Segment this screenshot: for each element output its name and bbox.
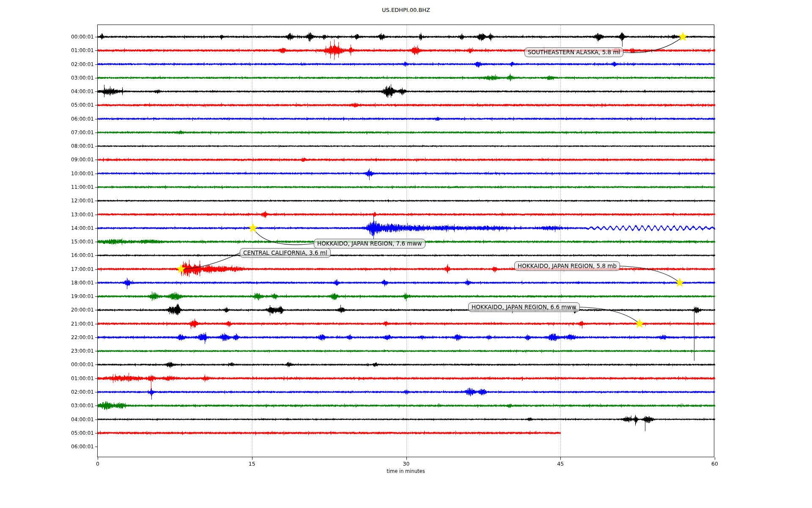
row-time-label: 01:00:01 — [0, 375, 94, 381]
row-time-label: 00:00:01 — [0, 362, 94, 367]
row-time-label: 11:00:01 — [0, 184, 94, 190]
x-axis-label: time in minutes — [97, 468, 714, 474]
row-time-label: 05:00:01 — [0, 102, 94, 108]
row-time-label: 06:00:01 — [0, 116, 94, 122]
event-annotation: CENTRAL CALIFORNIA, 3.6 ml — [240, 248, 331, 258]
row-time-label: 10:00:01 — [0, 171, 94, 177]
row-time-label: 03:00:01 — [0, 403, 94, 409]
x-tick-label: 60 — [711, 461, 718, 467]
row-time-label: 02:00:01 — [0, 61, 94, 67]
row-time-label: 02:00:01 — [0, 389, 94, 395]
event-annotation: HOKKAIDO, JAPAN REGION, 6.6 mww — [468, 302, 580, 312]
row-time-label: 07:00:01 — [0, 130, 94, 135]
row-time-label: 21:00:01 — [0, 321, 94, 327]
row-time-label: 19:00:01 — [0, 293, 94, 299]
seismogram-canvas — [0, 0, 812, 508]
row-time-label: 12:00:01 — [0, 198, 94, 204]
row-time-label: 01:00:01 — [0, 47, 94, 53]
row-time-label: 20:00:01 — [0, 307, 94, 313]
event-annotation: HOKKAIDO, JAPAN REGION, 5.8 mb — [514, 261, 620, 271]
row-time-label: 00:00:01 — [0, 34, 94, 40]
row-time-label: 05:00:01 — [0, 430, 94, 436]
row-time-label: 22:00:01 — [0, 334, 94, 340]
x-tick-label: 30 — [403, 461, 410, 467]
event-annotation: SOUTHEASTERN ALASKA, 5.8 ml — [524, 47, 623, 57]
row-time-label: 15:00:01 — [0, 239, 94, 245]
x-tick-label: 15 — [249, 461, 255, 467]
row-time-label: 08:00:01 — [0, 143, 94, 149]
row-time-label: 23:00:01 — [0, 348, 94, 354]
row-time-label: 04:00:01 — [0, 417, 94, 422]
row-time-label: 09:00:01 — [0, 157, 94, 163]
event-annotation: HOKKAIDO, JAPAN REGION, 7.6 mww — [314, 239, 425, 248]
seismogram-figure: US.EDHPI.00.BHZ 00:00:0101:00:0102:00:01… — [0, 0, 812, 508]
row-time-label: 16:00:01 — [0, 252, 94, 258]
row-time-label: 04:00:01 — [0, 88, 94, 94]
row-time-label: 13:00:01 — [0, 212, 94, 218]
row-time-label: 17:00:01 — [0, 266, 94, 272]
row-time-label: 03:00:01 — [0, 75, 94, 81]
row-time-label: 06:00:01 — [0, 444, 94, 450]
x-tick-label: 45 — [557, 461, 564, 467]
row-time-label: 18:00:01 — [0, 280, 94, 286]
x-tick-label: 0 — [96, 461, 99, 467]
row-time-label: 14:00:01 — [0, 225, 94, 231]
